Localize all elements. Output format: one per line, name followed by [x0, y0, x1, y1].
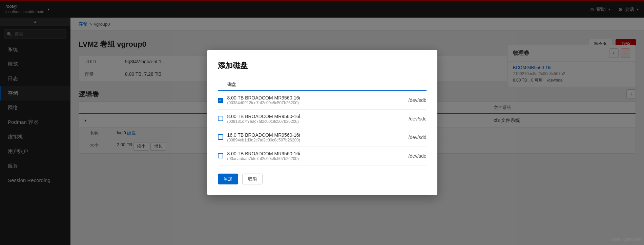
disk-info-sdb: 8.00 TB BROADCOM MR9560-16i (00384d0912f… [227, 91, 387, 110]
disk-table: 磁盘 8.00 TB BROADCOM MR9560-16i (00384d09… [218, 79, 427, 165]
disk-col-check [218, 79, 227, 91]
disk-checkbox-sdb[interactable] [218, 98, 223, 103]
disk-checkbox-sdd[interactable] [218, 134, 223, 140]
dialog-title: 添加磁盘 [218, 61, 427, 71]
disk-sub-sdc: (008131c7f7eac7af2c00c8c507b26200) [227, 119, 387, 124]
dialog-actions: 添加 取消 [218, 174, 427, 184]
disk-sub-sde: (00acabbab7bfc7af2c00c8c507b26200) [227, 156, 387, 161]
dialog-overlay: 添加磁盘 磁盘 8.00 TB BROADCOM MR9560-16i (003… [0, 0, 644, 245]
disk-name-sdd: 16.0 TB BROADCOM MR9560-16i [227, 132, 387, 138]
dialog-add-button[interactable]: 添加 [218, 174, 238, 184]
watermark: CSDN @降世神童 [611, 237, 641, 242]
disk-checkbox-sdc[interactable] [218, 116, 223, 121]
disk-sub-sdb: (00384d0912fcc7af2c00c8c507b26200) [227, 101, 387, 105]
table-row: 16.0 TB BROADCOM MR9560-16i (00894eb1d3d… [218, 128, 427, 147]
table-row: 8.00 TB BROADCOM MR9560-16i (00384d0912f… [218, 91, 427, 110]
disk-dev-sdb: /dev/sdb [387, 91, 427, 110]
disk-info-sdd: 16.0 TB BROADCOM MR9560-16i (00894eb1d3d… [227, 128, 387, 147]
disk-info-sdc: 8.00 TB BROADCOM MR9560-16i (008131c7f7e… [227, 110, 387, 128]
dialog-cancel-button[interactable]: 取消 [242, 174, 263, 184]
disk-col-dev [387, 79, 427, 91]
add-disk-dialog: 添加磁盘 磁盘 8.00 TB BROADCOM MR9560-16i (003… [207, 50, 437, 195]
disk-checkbox-sde[interactable] [218, 153, 223, 158]
disk-sub-sdd: (00894eb1d3d2c7af2c00c8c507b26200) [227, 138, 387, 142]
disk-col-header: 磁盘 [227, 79, 387, 91]
disk-dev-sde: /dev/sde [387, 147, 427, 165]
table-row: 8.00 TB BROADCOM MR9560-16i (008131c7f7e… [218, 110, 427, 128]
disk-info-sde: 8.00 TB BROADCOM MR9560-16i (00acabbab7b… [227, 147, 387, 165]
disk-name-sdc: 8.00 TB BROADCOM MR9560-16i [227, 114, 387, 119]
disk-name-sdb: 8.00 TB BROADCOM MR9560-16i [227, 95, 387, 101]
table-row: 8.00 TB BROADCOM MR9560-16i (00acabbab7b… [218, 147, 427, 165]
disk-dev-sdc: /dev/sdc [387, 110, 427, 128]
disk-name-sde: 8.00 TB BROADCOM MR9560-16i [227, 151, 387, 156]
disk-dev-sdd: /dev/sdd [387, 128, 427, 147]
